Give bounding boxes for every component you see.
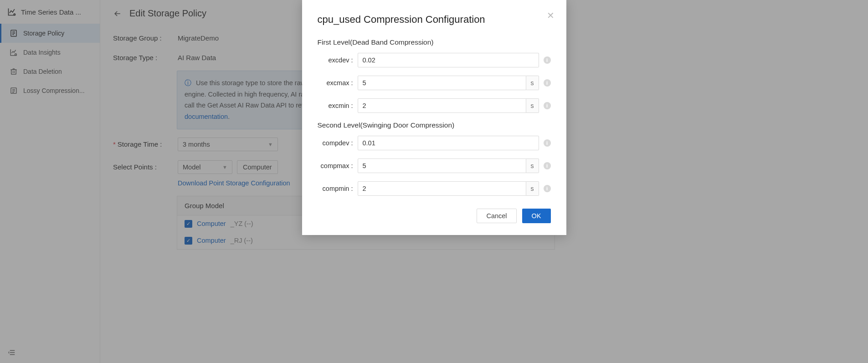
compdev-label: compdev : bbox=[318, 139, 353, 147]
excmax-label: excmax : bbox=[318, 79, 353, 87]
excmin-unit: s bbox=[526, 98, 539, 113]
cancel-button[interactable]: Cancel bbox=[477, 209, 516, 223]
excmin-label: excmin : bbox=[318, 102, 353, 109]
compmin-label: compmin : bbox=[318, 185, 353, 192]
compdev-input[interactable] bbox=[358, 136, 539, 150]
close-icon[interactable]: ✕ bbox=[547, 10, 555, 21]
excdev-input[interactable] bbox=[358, 53, 539, 67]
info-icon[interactable]: i bbox=[544, 56, 551, 64]
compression-config-modal: ✕ cpu_used Compression Configuration Fir… bbox=[302, 0, 566, 235]
ok-button[interactable]: OK bbox=[522, 209, 551, 223]
excmax-input[interactable] bbox=[358, 76, 526, 90]
second-level-section-label: Second Level(Swinging Door Compression) bbox=[318, 121, 551, 129]
compmin-unit: s bbox=[526, 181, 539, 196]
excdev-label: excdev : bbox=[318, 56, 353, 64]
compmin-input[interactable] bbox=[358, 181, 526, 196]
excmax-unit: s bbox=[526, 76, 539, 90]
info-icon[interactable]: i bbox=[544, 162, 551, 169]
compmax-label: compmax : bbox=[318, 162, 353, 169]
info-icon[interactable]: i bbox=[544, 139, 551, 147]
compmax-unit: s bbox=[526, 158, 539, 173]
info-icon[interactable]: i bbox=[544, 102, 551, 109]
modal-title: cpu_used Compression Configuration bbox=[318, 14, 551, 26]
compmax-input[interactable] bbox=[358, 158, 526, 173]
info-icon[interactable]: i bbox=[544, 79, 551, 87]
info-icon[interactable]: i bbox=[544, 185, 551, 192]
first-level-section-label: First Level(Dead Band Compression) bbox=[318, 38, 551, 46]
excmin-input[interactable] bbox=[358, 98, 526, 113]
